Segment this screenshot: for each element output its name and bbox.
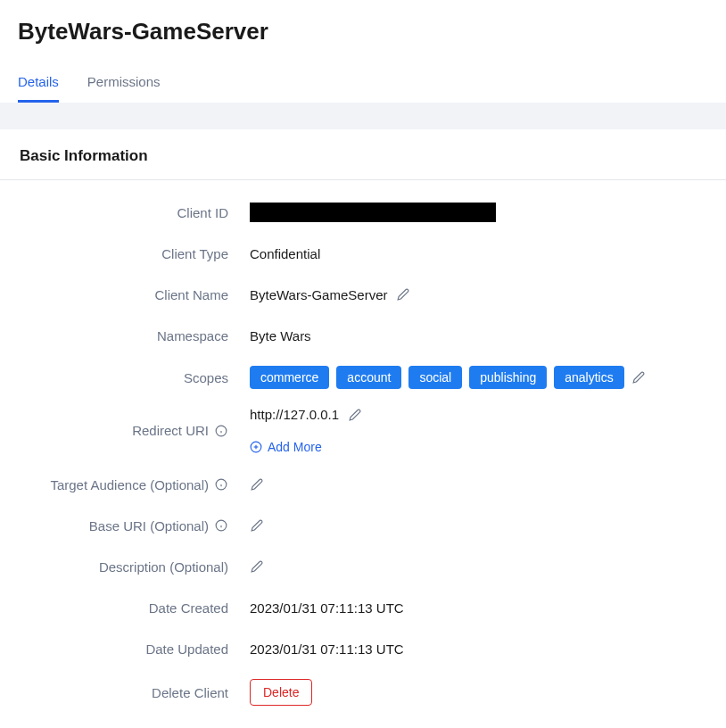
tab-permissions[interactable]: Permissions: [87, 67, 161, 103]
scope-tag-account: account: [336, 366, 401, 389]
label-client-name: Client Name: [0, 287, 250, 302]
value-namespace: Byte Wars: [250, 328, 311, 343]
page-title: ByteWars-GameServer: [18, 18, 708, 46]
row-base-uri: Base URI (Optional): [0, 515, 726, 536]
row-client-name: Client Name ByteWars-GameServer: [0, 284, 726, 305]
label-client-type: Client Type: [0, 246, 250, 261]
row-date-created: Date Created 2023/01/31 07:11:13 UTC: [0, 597, 726, 618]
info-redirect-uri-icon[interactable]: [214, 424, 228, 438]
value-client-name: ByteWars-GameServer: [250, 287, 387, 302]
row-target-audience: Target Audience (Optional): [0, 474, 726, 495]
edit-target-audience-icon[interactable]: [250, 477, 264, 492]
label-base-uri: Base URI (Optional): [89, 518, 209, 534]
scope-tag-publishing: publishing: [469, 366, 547, 389]
scope-tag-social: social: [408, 366, 462, 389]
label-date-created: Date Created: [0, 600, 250, 616]
edit-redirect-uri-icon[interactable]: [348, 408, 362, 422]
edit-description-icon[interactable]: [250, 559, 264, 574]
label-date-updated: Date Updated: [0, 641, 250, 657]
label-delete-client: Delete Client: [0, 685, 250, 700]
value-client-id-redacted: [250, 203, 496, 222]
row-client-type: Client Type Confidential: [0, 243, 726, 264]
row-namespace: Namespace Byte Wars: [0, 325, 726, 346]
row-client-id: Client ID: [0, 202, 726, 223]
add-more-label: Add More: [268, 440, 322, 454]
label-client-id: Client ID: [0, 205, 250, 220]
row-delete-client: Delete Client Delete: [0, 679, 726, 706]
basic-information-card: Basic Information Client ID Client Type …: [0, 129, 726, 728]
label-redirect-uri: Redirect URI: [132, 423, 209, 438]
edit-scopes-icon[interactable]: [631, 370, 646, 385]
row-description: Description (Optional): [0, 556, 726, 577]
edit-client-name-icon[interactable]: [396, 287, 410, 302]
tab-details[interactable]: Details: [18, 67, 59, 103]
edit-base-uri-icon[interactable]: [250, 518, 264, 533]
label-target-audience: Target Audience (Optional): [50, 477, 209, 492]
scope-tag-commerce: commerce: [250, 366, 329, 389]
value-date-created: 2023/01/31 07:11:13 UTC: [250, 600, 404, 616]
scope-tag-analytics: analytics: [554, 366, 623, 389]
row-redirect-uri: Redirect URI http://127.0.0.1 Add Mo: [0, 407, 726, 454]
row-date-updated: Date Updated 2023/01/31 07:11:13 UTC: [0, 638, 726, 659]
info-target-audience-icon[interactable]: [214, 477, 228, 492]
value-client-type: Confidential: [250, 246, 320, 261]
value-date-updated: 2023/01/31 07:11:13 UTC: [250, 641, 404, 657]
add-more-redirect-uri[interactable]: Add More: [250, 440, 322, 454]
card-title: Basic Information: [0, 129, 726, 180]
value-redirect-uri: http://127.0.0.1: [250, 407, 339, 422]
tabs: Details Permissions: [18, 67, 708, 103]
row-scopes: Scopes commerce account social publishin…: [0, 366, 726, 389]
label-scopes: Scopes: [0, 370, 250, 385]
label-namespace: Namespace: [0, 328, 250, 343]
info-base-uri-icon[interactable]: [214, 518, 228, 533]
delete-button[interactable]: Delete: [250, 679, 312, 706]
label-description: Description (Optional): [0, 559, 250, 575]
